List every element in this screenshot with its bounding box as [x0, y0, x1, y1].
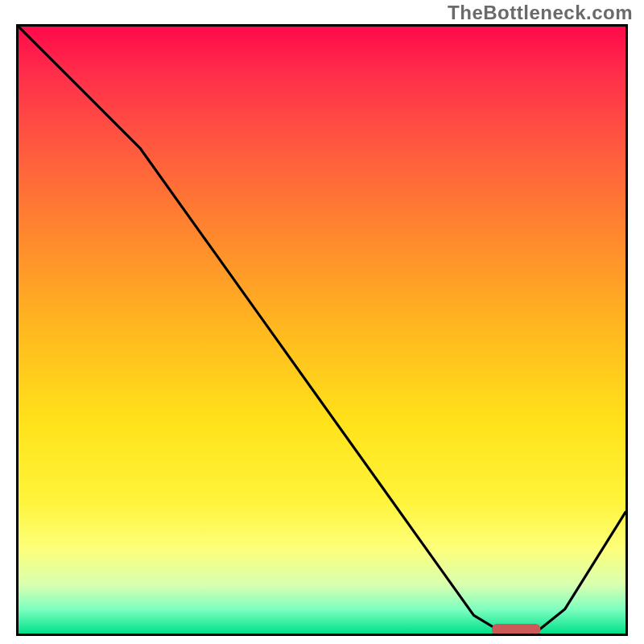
- plot-area: [16, 24, 628, 636]
- watermark-text: TheBottleneck.com: [448, 2, 633, 24]
- curve-layer: [19, 27, 625, 634]
- chart-container: TheBottleneck.com: [0, 0, 644, 644]
- bottleneck-curve: [19, 27, 625, 634]
- optimal-marker: [492, 624, 540, 634]
